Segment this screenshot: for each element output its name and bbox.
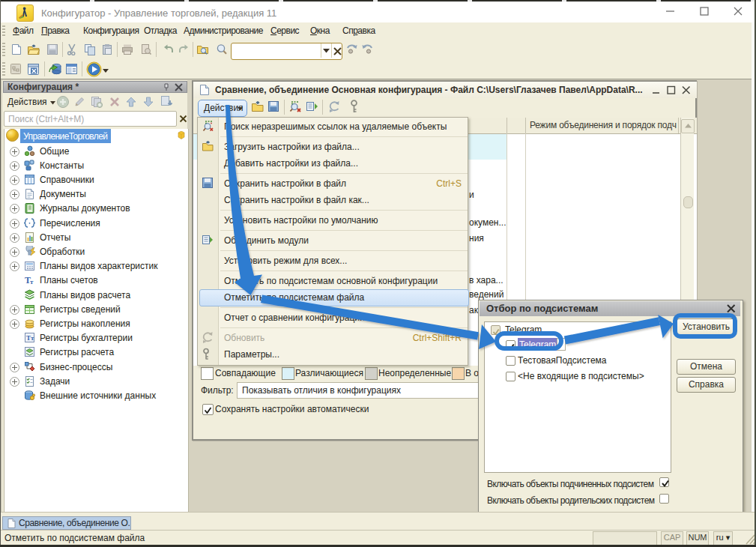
svg-text:т: т: [30, 278, 34, 285]
svg-text:Tт: Tт: [26, 334, 34, 342]
